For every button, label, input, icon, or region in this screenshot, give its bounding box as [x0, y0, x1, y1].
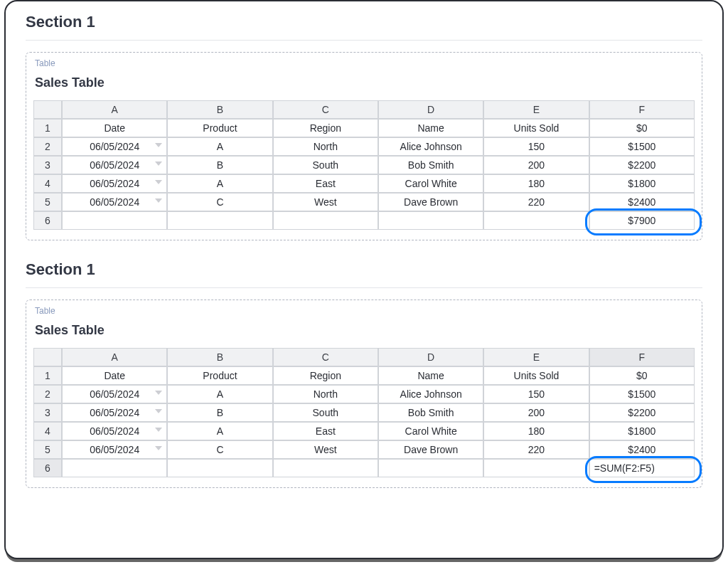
cell[interactable]: Region	[273, 119, 378, 137]
cell[interactable]: 150	[483, 137, 589, 156]
col-D[interactable]: D	[378, 100, 483, 119]
cell[interactable]: Units Sold	[483, 119, 589, 137]
cell[interactable]: 150	[483, 385, 589, 403]
cell[interactable]: 06/05/2024	[62, 174, 167, 193]
col-B[interactable]: B	[167, 348, 272, 366]
cell[interactable]: Date	[62, 366, 167, 385]
cell[interactable]	[167, 211, 272, 230]
col-F-selected[interactable]: F	[589, 348, 695, 366]
cell[interactable]: Bob Smith	[378, 403, 483, 422]
cell[interactable]: 06/05/2024	[62, 440, 167, 459]
cell-formula-editing[interactable]	[589, 459, 695, 477]
row-num[interactable]: 4	[33, 422, 62, 440]
cell[interactable]: 220	[483, 440, 589, 459]
row-num[interactable]: 3	[33, 156, 62, 174]
cell[interactable]	[62, 211, 167, 230]
cell[interactable]: $1500	[589, 137, 695, 156]
col-E[interactable]: E	[483, 348, 589, 366]
cell[interactable]: $2200	[589, 156, 695, 174]
row-num[interactable]: 3	[33, 403, 62, 422]
cell[interactable]: A	[167, 385, 272, 403]
cell[interactable]: C	[167, 193, 272, 211]
row-num[interactable]: 1	[33, 119, 62, 137]
cell[interactable]: B	[167, 403, 272, 422]
cell[interactable]: West	[273, 440, 378, 459]
filter-icon[interactable]	[155, 143, 162, 150]
cell[interactable]: Alice Johnson	[378, 137, 483, 156]
cell[interactable]: East	[273, 174, 378, 193]
cell[interactable]: Date	[62, 119, 167, 137]
cell[interactable]: Alice Johnson	[378, 385, 483, 403]
filter-icon[interactable]	[155, 198, 162, 206]
corner-cell[interactable]	[33, 100, 62, 119]
col-C[interactable]: C	[273, 348, 378, 366]
cell[interactable]: 180	[483, 422, 589, 440]
col-C[interactable]: C	[273, 100, 378, 119]
cell[interactable]: 06/05/2024	[62, 422, 167, 440]
cell[interactable]: $2400	[589, 193, 695, 211]
row-num[interactable]: 2	[33, 385, 62, 403]
cell[interactable]: A	[167, 422, 272, 440]
col-E[interactable]: E	[483, 100, 589, 119]
cell[interactable]: $0	[589, 119, 695, 137]
row-num[interactable]: 6	[33, 211, 62, 230]
cell[interactable]: Name	[378, 119, 483, 137]
cell[interactable]	[62, 459, 167, 477]
cell[interactable]: West	[273, 193, 378, 211]
corner-cell[interactable]	[33, 348, 62, 366]
filter-icon[interactable]	[155, 428, 162, 435]
cell[interactable]: Product	[167, 119, 272, 137]
col-B[interactable]: B	[167, 100, 272, 119]
cell[interactable]: $0	[589, 366, 695, 385]
cell[interactable]: Carol White	[378, 174, 483, 193]
cell[interactable]: Region	[273, 366, 378, 385]
cell[interactable]: $2200	[589, 403, 695, 422]
cell[interactable]: Units Sold	[483, 366, 589, 385]
cell[interactable]: $1800	[589, 174, 695, 193]
col-A[interactable]: A	[62, 100, 167, 119]
cell[interactable]: North	[273, 137, 378, 156]
cell[interactable]	[273, 459, 378, 477]
cell[interactable]: 220	[483, 193, 589, 211]
cell[interactable]	[378, 459, 483, 477]
cell[interactable]: North	[273, 385, 378, 403]
spreadsheet-1[interactable]: A B C D E F 1 Date Product Region Name	[33, 100, 695, 230]
cell[interactable]: Product	[167, 366, 272, 385]
cell[interactable]: 200	[483, 156, 589, 174]
cell[interactable]: $2400	[589, 440, 695, 459]
cell[interactable]: 06/05/2024	[62, 403, 167, 422]
cell[interactable]: 180	[483, 174, 589, 193]
cell[interactable]	[273, 211, 378, 230]
row-num[interactable]: 2	[33, 137, 62, 156]
cell[interactable]: Dave Brown	[378, 193, 483, 211]
cell[interactable]: South	[273, 156, 378, 174]
cell[interactable]	[378, 211, 483, 230]
cell[interactable]: East	[273, 422, 378, 440]
row-num[interactable]: 5	[33, 193, 62, 211]
formula-input[interactable]	[590, 460, 694, 477]
cell-sum-result[interactable]: $7900	[589, 211, 695, 230]
col-D[interactable]: D	[378, 348, 483, 366]
cell[interactable]: $1800	[589, 422, 695, 440]
cell[interactable]: South	[273, 403, 378, 422]
cell[interactable]: A	[167, 174, 272, 193]
filter-icon[interactable]	[155, 180, 162, 187]
row-num[interactable]: 4	[33, 174, 62, 193]
cell[interactable]: Dave Brown	[378, 440, 483, 459]
filter-icon[interactable]	[155, 391, 162, 398]
cell[interactable]	[483, 211, 589, 230]
filter-icon[interactable]	[155, 446, 162, 453]
cell[interactable]	[167, 459, 272, 477]
filter-icon[interactable]	[155, 161, 162, 169]
col-F[interactable]: F	[589, 100, 695, 119]
cell[interactable]: $1500	[589, 385, 695, 403]
filter-icon[interactable]	[155, 409, 162, 416]
row-num[interactable]: 5	[33, 440, 62, 459]
cell[interactable]: C	[167, 440, 272, 459]
row-num-selected[interactable]: 6	[33, 459, 62, 477]
cell[interactable]: B	[167, 156, 272, 174]
cell[interactable]: 06/05/2024	[62, 156, 167, 174]
cell[interactable]	[483, 459, 589, 477]
row-num[interactable]: 1	[33, 366, 62, 385]
cell[interactable]: Name	[378, 366, 483, 385]
